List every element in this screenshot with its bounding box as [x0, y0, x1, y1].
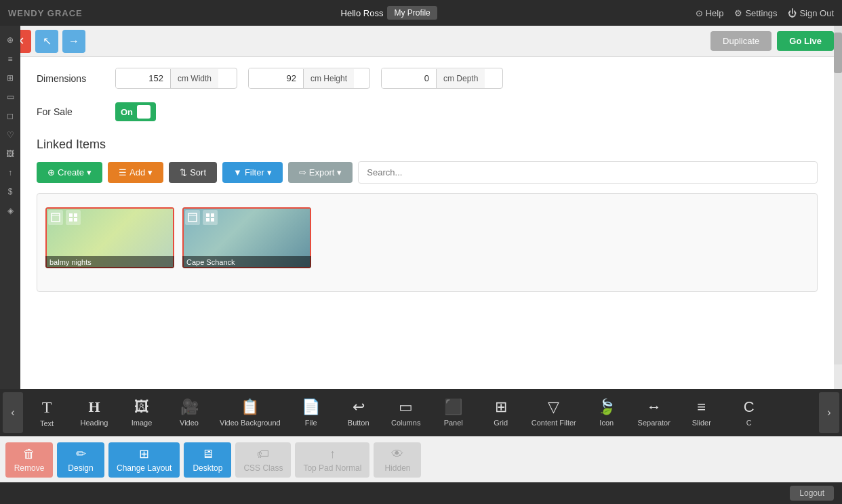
- widget-video-bg[interactable]: 📋 Video Background: [213, 393, 287, 432]
- widget-grid[interactable]: ⊞ Grid: [477, 393, 525, 432]
- columns-icon: ▭: [399, 398, 413, 416]
- settings-icon: ⚙: [734, 8, 742, 18]
- button-icon: ↩: [353, 398, 365, 416]
- width-input-group: cm Width: [115, 68, 237, 89]
- logout-button[interactable]: Logout: [790, 486, 834, 501]
- svg-rect-8: [206, 213, 209, 217]
- sidebar-icon-10[interactable]: ◈: [1, 202, 19, 219]
- sidebar-icon-1[interactable]: ⊕: [1, 31, 19, 49]
- widget-slider[interactable]: ≡ Slider: [678, 393, 725, 432]
- widget-bar-next[interactable]: ›: [819, 392, 839, 433]
- content-filter-icon: ▽: [548, 398, 559, 416]
- for-sale-toggle[interactable]: On: [115, 102, 156, 121]
- item-card-1-icon: [48, 210, 63, 225]
- item-card-2[interactable]: Cape Schanck: [182, 207, 311, 268]
- sign-out-link[interactable]: ⏻ Sign Out: [788, 8, 834, 18]
- desktop-button[interactable]: 🖥 Desktop: [184, 442, 231, 478]
- text-icon: T: [42, 398, 52, 417]
- sidebar-icon-2[interactable]: ≡: [1, 50, 19, 68]
- svg-rect-5: [74, 218, 77, 222]
- pencil-icon: ✏: [76, 446, 86, 461]
- item-card-1-inner: balmy nights: [45, 207, 174, 268]
- svg-rect-9: [211, 213, 214, 217]
- design-button[interactable]: ✏ Design: [57, 442, 104, 478]
- item-card-1[interactable]: balmy nights: [45, 207, 174, 268]
- separator-icon: ↔: [647, 398, 662, 416]
- create-button[interactable]: ⊕ Create ▾: [37, 162, 102, 183]
- sidebar-icon-6[interactable]: ♡: [1, 126, 19, 144]
- widget-icon-widget[interactable]: 🍃 Icon: [583, 393, 630, 432]
- svg-rect-4: [69, 218, 73, 222]
- for-sale-row: For Sale On: [37, 102, 818, 121]
- depth-input[interactable]: [382, 68, 436, 88]
- sidebar-icon-8[interactable]: ↑: [1, 164, 19, 182]
- widget-heading-label: Heading: [81, 419, 108, 427]
- widget-heading[interactable]: H Heading: [71, 393, 118, 432]
- widget-extra[interactable]: C C: [725, 393, 773, 432]
- filter-button[interactable]: ▼ Filter ▾: [222, 162, 283, 183]
- widget-file[interactable]: 📄 File: [287, 393, 335, 432]
- scrollbar-thumb: [834, 33, 842, 73]
- sort-button[interactable]: ⇅ Sort: [169, 162, 217, 183]
- dimensions-label: Dimensions: [37, 73, 104, 84]
- brand-area: WENDY GRACE: [8, 8, 83, 18]
- toggle-indicator: [137, 105, 151, 119]
- widget-button[interactable]: ↩ Button: [335, 393, 382, 432]
- icon-widget-icon: 🍃: [597, 398, 616, 416]
- change-layout-button[interactable]: ⊞ Change Layout: [108, 442, 180, 478]
- widget-text-label: Text: [40, 419, 54, 427]
- eye-icon: 👁: [391, 447, 403, 461]
- my-profile-button[interactable]: My Profile: [387, 6, 437, 20]
- add-button[interactable]: ☰ Add ▾: [108, 162, 163, 183]
- width-input[interactable]: [116, 68, 170, 88]
- widget-bar: ‹ T Text H Heading 🖼 Image 🎥 Video 📋 Vid…: [0, 389, 842, 436]
- widget-video[interactable]: 🎥 Video: [165, 393, 213, 432]
- widget-items: T Text H Heading 🖼 Image 🎥 Video 📋 Video…: [23, 393, 819, 433]
- right-scrollbar[interactable]: [834, 26, 842, 364]
- duplicate-button[interactable]: Duplicate: [710, 31, 771, 51]
- extra-icon: C: [744, 398, 755, 416]
- grid-icon: ⊞: [495, 398, 507, 416]
- widget-image[interactable]: 🖼 Image: [118, 393, 165, 432]
- css-class-button[interactable]: 🏷 CSS Class: [235, 442, 291, 478]
- action-bar: ✕ ↖ → Duplicate Go Live: [0, 26, 842, 57]
- widget-columns[interactable]: ▭ Columns: [382, 393, 430, 432]
- help-link[interactable]: ⊙ Help: [696, 8, 724, 18]
- sidebar-icon-4[interactable]: ▭: [1, 88, 19, 106]
- sidebar-icon-3[interactable]: ⊞: [1, 69, 19, 87]
- widget-content-filter[interactable]: ▽ Content Filter: [525, 393, 583, 432]
- widget-separator[interactable]: ↔ Separator: [630, 393, 678, 432]
- sidebar-icon-7[interactable]: 🖼: [1, 145, 19, 163]
- widget-video-label: Video: [180, 419, 199, 427]
- item-card-2-inner: Cape Schanck: [182, 207, 311, 268]
- export-icon: ⇨: [299, 167, 306, 177]
- widget-text[interactable]: T Text: [23, 393, 71, 433]
- heading-icon: H: [88, 398, 100, 416]
- search-input[interactable]: [358, 161, 818, 184]
- plus-icon: ⊕: [47, 167, 55, 177]
- top-pad-button[interactable]: ↑ Top Pad Normal: [295, 442, 369, 478]
- widget-bar-prev[interactable]: ‹: [3, 392, 23, 433]
- back-button[interactable]: ↖: [35, 30, 58, 53]
- settings-link[interactable]: ⚙ Settings: [734, 8, 777, 18]
- widget-slider-label: Slider: [692, 419, 711, 427]
- sidebar-icon-9[interactable]: $: [1, 183, 19, 201]
- hidden-button[interactable]: 👁 Hidden: [374, 442, 421, 478]
- for-sale-label: For Sale: [37, 106, 104, 117]
- widget-extra-label: C: [746, 419, 752, 427]
- left-sidebar: ⊕ ≡ ⊞ ▭ ◻ ♡ 🖼 ↑ $ ◈: [0, 26, 20, 436]
- panel-icon: ⬛: [444, 398, 462, 416]
- remove-button[interactable]: 🗑 Remove: [5, 442, 53, 478]
- video-icon: 🎥: [180, 398, 199, 416]
- go-live-button[interactable]: Go Live: [777, 31, 834, 51]
- widget-panel[interactable]: ⬛ Panel: [430, 393, 477, 432]
- export-button[interactable]: ⇨ Export ▾: [288, 162, 353, 183]
- help-icon: ⊙: [696, 8, 703, 18]
- add-chevron-icon: ▾: [148, 167, 153, 177]
- sidebar-icon-5[interactable]: ◻: [1, 107, 19, 125]
- height-input[interactable]: [249, 68, 303, 88]
- linked-items-title: Linked Items: [37, 138, 818, 152]
- svg-rect-0: [52, 213, 60, 222]
- widget-image-label: Image: [132, 419, 153, 427]
- forward-button[interactable]: →: [62, 30, 85, 53]
